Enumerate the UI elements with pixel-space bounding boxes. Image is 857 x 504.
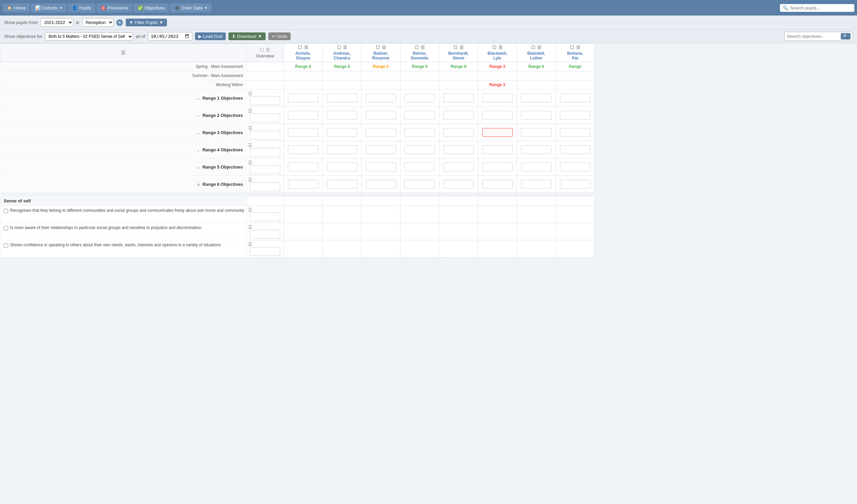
range1-menu[interactable]: ☰ xyxy=(248,91,252,96)
cohorts-button[interactable]: 📊 Cohorts ▼ xyxy=(31,3,67,13)
range6-overview-input[interactable] xyxy=(250,183,280,191)
student-checkbox-icon-3[interactable]: ☐ xyxy=(415,45,419,50)
range4-overview-input[interactable] xyxy=(250,148,280,157)
range6-menu[interactable]: ☰ xyxy=(248,177,252,183)
range5-overview-input[interactable] xyxy=(250,165,280,174)
range2-s2-input[interactable] xyxy=(366,111,396,120)
student-menu-icon-5[interactable]: ☰ xyxy=(499,45,503,50)
range5-s1-input[interactable] xyxy=(327,162,357,171)
objectives-button[interactable]: ✅ Objectives xyxy=(134,3,169,13)
obj1-overview-input[interactable] xyxy=(250,212,280,221)
student-checkbox-icon-5[interactable]: ☐ xyxy=(492,45,497,50)
range4-s5-input[interactable] xyxy=(482,145,512,154)
year-select[interactable]: 2021-2022 xyxy=(40,18,73,27)
objectives-subject-select[interactable]: Birth to 5 Matters - 02 PSED Sense of Se… xyxy=(45,32,133,40)
range5-menu[interactable]: ☰ xyxy=(248,160,252,165)
range4-s6-input[interactable] xyxy=(521,145,552,154)
range2-overview-input[interactable] xyxy=(250,114,280,122)
pupils-button[interactable]: 👤 Pupils xyxy=(68,3,95,13)
range5-s7-input[interactable] xyxy=(560,162,590,171)
range1-s6-input[interactable] xyxy=(521,93,552,102)
range3-s1-input[interactable] xyxy=(327,128,357,137)
range1-s1-input[interactable] xyxy=(327,93,357,102)
student-checkbox-icon-4[interactable]: ☐ xyxy=(454,45,457,50)
range5-s6-input[interactable] xyxy=(521,162,552,171)
range3-s2-input[interactable] xyxy=(366,128,396,137)
range2-collapse-icon[interactable]: ⌄ xyxy=(197,114,200,118)
range4-s4-input[interactable] xyxy=(443,145,474,154)
enter-data-button[interactable]: ➕ Enter Data ▼ xyxy=(170,3,212,13)
range3-s6-input[interactable] xyxy=(521,128,552,137)
range3-collapse-icon[interactable]: ⌄ xyxy=(197,131,200,135)
objective-3-checkbox[interactable] xyxy=(4,243,8,248)
range2-s3-input[interactable] xyxy=(404,111,435,120)
download-button[interactable]: ⬇ Download ▼ xyxy=(229,32,266,40)
student-checkbox-icon-0[interactable]: ☐ xyxy=(298,45,302,50)
range5-s4-input[interactable] xyxy=(443,162,474,171)
range5-s2-input[interactable] xyxy=(366,162,396,171)
range5-s3-input[interactable] xyxy=(404,162,435,171)
student-name-link-7[interactable]: Bohana,Pat xyxy=(558,51,592,60)
range6-s5-input[interactable] xyxy=(482,180,512,189)
home-button[interactable]: 🏠 Home xyxy=(3,3,30,13)
provisions-button[interactable]: 🎯 Provisions xyxy=(97,3,132,13)
student-name-link-0[interactable]: Aichele,Shayne xyxy=(286,51,320,60)
obj2-overview-input[interactable] xyxy=(250,230,280,239)
student-checkbox-icon-2[interactable]: ☐ xyxy=(376,45,380,50)
search-objectives-input[interactable] xyxy=(787,34,841,39)
range2-s6-input[interactable] xyxy=(521,111,552,120)
student-name-link-2[interactable]: Balmer,Rosanne xyxy=(364,51,398,60)
range3-s0-input[interactable] xyxy=(288,128,318,137)
range4-collapse-icon[interactable]: ⌄ xyxy=(197,148,200,152)
student-menu-icon-4[interactable]: ☰ xyxy=(459,45,464,50)
student-menu-icon-1[interactable]: ☰ xyxy=(343,45,347,50)
range4-s2-input[interactable] xyxy=(366,145,396,154)
load-grid-button[interactable]: ▶ Load Grid xyxy=(195,32,226,40)
range1-s7-input[interactable] xyxy=(560,93,590,102)
range6-s4-input[interactable] xyxy=(443,180,474,189)
search-objectives-button[interactable]: 🔍 xyxy=(841,33,851,39)
student-checkbox-icon-1[interactable]: ☐ xyxy=(337,45,341,50)
filter-pupils-button[interactable]: ▼ Filter Pupils ▼ xyxy=(126,19,167,27)
range1-s5-input[interactable] xyxy=(482,93,512,102)
range2-menu[interactable]: ☰ xyxy=(248,108,252,114)
range5-s0-input[interactable] xyxy=(288,162,318,171)
range2-s5-input[interactable] xyxy=(482,111,512,120)
range1-s4-input[interactable] xyxy=(443,93,474,102)
range2-s7-input[interactable] xyxy=(560,111,590,120)
range4-s0-input[interactable] xyxy=(288,145,318,154)
obj2-menu[interactable]: ☰ xyxy=(248,224,252,230)
range2-s0-input[interactable] xyxy=(288,111,318,120)
range6-s2-input[interactable] xyxy=(366,180,396,189)
range2-s1-input[interactable] xyxy=(327,111,357,120)
range1-collapse-icon[interactable]: ⌄ xyxy=(197,96,200,100)
range5-collapse-icon[interactable]: ⌄ xyxy=(197,165,200,169)
range1-s3-input[interactable] xyxy=(404,93,435,102)
range3-s7-input[interactable] xyxy=(560,128,590,137)
obj1-menu[interactable]: ☰ xyxy=(248,207,252,212)
student-menu-icon-3[interactable]: ☰ xyxy=(421,45,425,50)
student-checkbox-icon-7[interactable]: ☐ xyxy=(570,45,574,50)
range3-s4-input[interactable] xyxy=(443,128,474,137)
range3-menu[interactable]: ☰ xyxy=(248,125,252,131)
objective-1-checkbox[interactable] xyxy=(4,209,8,213)
student-name-link-1[interactable]: Andreas,Chandra xyxy=(325,51,359,60)
range1-s2-input[interactable] xyxy=(366,93,396,102)
class-select[interactable]: Reception xyxy=(82,18,114,27)
date-input[interactable] xyxy=(148,32,192,40)
range6-s7-input[interactable] xyxy=(560,180,590,189)
student-name-link-4[interactable]: Bernhardt,Stevie xyxy=(441,51,476,60)
pupil-search-input[interactable] xyxy=(790,5,852,11)
range6-s6-input[interactable] xyxy=(521,180,552,189)
student-menu-icon-6[interactable]: ☰ xyxy=(537,45,541,50)
obj3-menu[interactable]: ☰ xyxy=(248,242,252,247)
range6-collapse-icon[interactable]: ∧ xyxy=(197,183,200,187)
range4-s1-input[interactable] xyxy=(327,145,357,154)
range4-menu[interactable]: ☰ xyxy=(248,142,252,148)
student-checkbox-icon-6[interactable]: ☐ xyxy=(531,45,535,50)
range6-s0-input[interactable] xyxy=(288,180,318,189)
range4-s7-input[interactable] xyxy=(560,145,590,154)
student-menu-icon-7[interactable]: ☰ xyxy=(576,45,580,50)
student-name-link-3[interactable]: Beirne,Donnette xyxy=(402,51,437,60)
range6-s1-input[interactable] xyxy=(327,180,357,189)
